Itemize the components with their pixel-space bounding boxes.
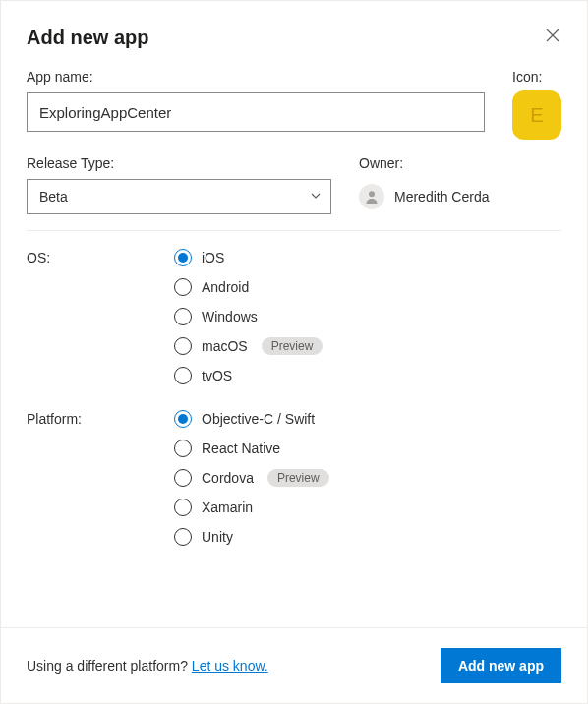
os-label: OS: [27,250,50,265]
radio-label: React Native [202,440,280,456]
footer-text: Using a different platform? Let us know. [27,658,268,674]
dialog-title: Add new app [27,27,148,49]
app-name-label: App name: [27,69,485,85]
close-button[interactable] [544,27,561,44]
radio-icon [174,278,192,296]
release-type-label: Release Type: [27,155,331,171]
icon-label: Icon: [512,69,561,85]
radio-icon [174,308,192,325]
radio-icon [174,367,192,384]
radio-icon [174,337,192,355]
divider [27,230,561,231]
radio-label: Cordova [202,470,254,486]
os-radio-group: iOSAndroidWindowsmacOSPreviewtvOS [174,249,323,384]
app-name-input[interactable] [27,92,485,132]
let-us-know-link[interactable]: Let us know. [192,658,268,674]
radio-icon [174,528,192,546]
radio-label: Android [202,279,249,295]
radio-label: macOS [202,338,248,354]
platform-option[interactable]: CordovaPreview [174,469,329,487]
person-icon [364,189,380,205]
footer-prompt: Using a different platform? [27,658,192,674]
release-type-value: Beta [39,189,68,205]
preview-badge: Preview [262,337,323,355]
platform-option[interactable]: React Native [174,440,329,457]
platform-option[interactable]: Objective-C / Swift [174,410,329,428]
owner-label: Owner: [359,155,561,171]
release-type-select[interactable]: Beta [27,179,331,214]
radio-icon [174,469,192,487]
radio-label: tvOS [202,368,232,383]
radio-label: Windows [202,309,258,324]
radio-icon [174,499,192,516]
radio-icon [174,410,192,428]
app-icon-preview[interactable]: E [512,90,561,140]
radio-label: Unity [202,529,233,545]
os-option[interactable]: Android [174,278,323,296]
close-icon [546,29,559,42]
svg-point-0 [369,191,375,197]
platform-label: Platform: [27,411,82,427]
platform-option[interactable]: Unity [174,528,329,546]
preview-badge: Preview [267,469,329,487]
radio-icon [174,249,192,266]
os-option[interactable]: iOS [174,249,323,266]
owner-name: Meredith Cerda [394,189,490,205]
os-option[interactable]: Windows [174,308,323,325]
platform-option[interactable]: Xamarin [174,499,329,516]
radio-label: Objective-C / Swift [202,411,315,427]
radio-icon [174,440,192,457]
add-new-app-button[interactable]: Add new app [441,648,561,683]
platform-radio-group: Objective-C / SwiftReact NativeCordovaPr… [174,410,329,546]
os-option[interactable]: macOSPreview [174,337,323,355]
owner-avatar [359,184,384,209]
radio-label: Xamarin [202,499,253,515]
os-option[interactable]: tvOS [174,367,323,384]
radio-label: iOS [202,250,224,265]
